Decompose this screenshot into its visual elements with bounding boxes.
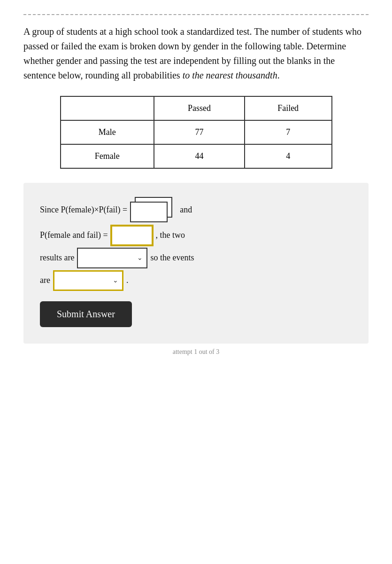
pfemale-fail-field[interactable]: [112, 228, 152, 246]
line3-prefix: results are: [40, 248, 74, 268]
top-dashed-border: [23, 14, 369, 15]
sentence-block: Since P(female)×P(fail) = and P(female a…: [40, 197, 352, 291]
line3-suffix: so the events: [150, 248, 194, 268]
stacked-input-boxes: [130, 197, 172, 223]
sentence-line-1: Since P(female)×P(fail) = and: [40, 197, 352, 223]
table-header-failed: Failed: [245, 96, 332, 120]
results-dropdown-wrapper[interactable]: equal not equal greater than less than ⌄: [77, 248, 147, 268]
table-cell-female-failed: 4: [245, 144, 332, 168]
table-cell-female: Female: [61, 144, 154, 168]
data-table: Passed Failed Male 77 7 Female 44 4: [60, 96, 332, 169]
table-row: Male 77 7: [61, 120, 332, 144]
table-cell-female-passed: 44: [154, 144, 245, 168]
sentence-line-3: results are equal not equal greater than…: [40, 248, 352, 268]
footer-text: attempt 1 out of 3: [23, 348, 369, 356]
submit-button[interactable]: Submit Answer: [40, 301, 132, 327]
table-cell-male: Male: [61, 120, 154, 144]
pfemale-fail-input[interactable]: [111, 225, 153, 246]
line1-suffix: and: [180, 200, 192, 220]
answer-section: Since P(female)×P(fail) = and P(female a…: [23, 183, 369, 344]
line2-prefix: P(female and fail) =: [40, 225, 108, 245]
line1-prefix: Since P(female)×P(fail) =: [40, 200, 127, 220]
line2-suffix: , the two: [156, 225, 185, 245]
table-row: Female 44 4: [61, 144, 332, 168]
table-header-passed: Passed: [154, 96, 245, 120]
sentence-line-4: are independent not independent dependen…: [40, 270, 352, 291]
table-cell-male-passed: 77: [154, 120, 245, 144]
results-dropdown[interactable]: equal not equal greater than less than: [82, 249, 143, 267]
line4-suffix: .: [126, 270, 129, 290]
question-text: A group of students at a high school too…: [23, 24, 369, 83]
table-cell-male-failed: 7: [245, 120, 332, 144]
events-dropdown-wrapper[interactable]: independent not independent dependent ⌄: [53, 270, 123, 291]
input-box-front: [130, 202, 168, 222]
page-container: A group of students at a high school too…: [0, 0, 392, 564]
line4-prefix: are: [40, 270, 50, 290]
sentence-line-2: P(female and fail) = , the two: [40, 225, 352, 246]
table-header-empty: [61, 96, 154, 120]
events-dropdown[interactable]: independent not independent dependent: [58, 272, 118, 290]
